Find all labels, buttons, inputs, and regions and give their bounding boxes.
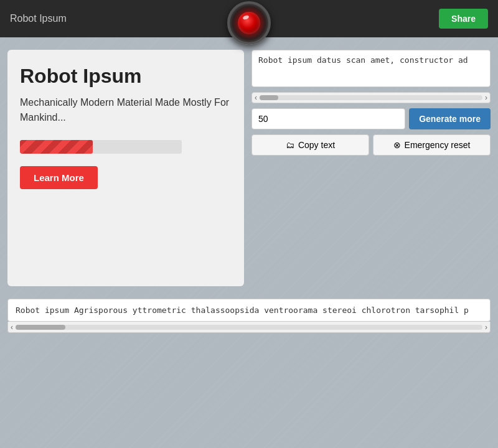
scroll-track[interactable] xyxy=(260,95,482,100)
text-output: Robot ipsum datus scan amet, constructor… xyxy=(251,50,491,87)
eye-red xyxy=(238,12,260,34)
bottom-scroll-thumb xyxy=(16,325,65,330)
copy-label: Copy text xyxy=(298,140,335,150)
share-button[interactable]: Share xyxy=(439,9,488,29)
scroll-left-icon[interactable]: ‹ xyxy=(255,93,257,102)
top-scrollbar[interactable]: ‹ › xyxy=(251,92,491,103)
copy-icon: 🗂 xyxy=(286,140,294,150)
bottom-scrollbar[interactable]: ‹ › xyxy=(7,322,491,333)
bottom-scroll-right-icon[interactable]: › xyxy=(485,323,487,332)
app-title: Robot Ipsum xyxy=(10,13,67,24)
action-row: 🗂 Copy text ⊗ Emergency reset xyxy=(251,134,491,156)
bottom-scroll-left-icon[interactable]: ‹ xyxy=(11,323,13,332)
generate-button[interactable]: Generate more xyxy=(409,108,491,129)
robot-eye xyxy=(227,1,271,45)
card-title: Robot Ipsum xyxy=(20,65,232,88)
learn-more-button[interactable]: Learn More xyxy=(20,166,98,189)
progress-bar-fill xyxy=(20,140,93,154)
emergency-icon: ⊗ xyxy=(393,140,401,150)
right-panel: Robot ipsum datus scan amet, constructor… xyxy=(251,50,491,286)
progress-bar-container xyxy=(20,140,182,154)
emergency-reset-button[interactable]: ⊗ Emergency reset xyxy=(373,134,491,156)
scroll-thumb xyxy=(260,95,278,100)
bottom-area: Robot ipsum Agrisporous yttrometric thal… xyxy=(7,299,491,333)
emergency-label: Emergency reset xyxy=(405,140,471,150)
header: Robot Ipsum Share xyxy=(0,0,498,37)
generate-row: Generate more xyxy=(251,108,491,129)
bottom-scroll-track[interactable] xyxy=(16,325,482,330)
scroll-right-icon[interactable]: › xyxy=(485,93,487,102)
bottom-text-output: Robot ipsum Agrisporous yttrometric thal… xyxy=(7,299,491,322)
number-input[interactable] xyxy=(251,108,405,129)
main-area: Robot Ipsum Mechanically Modern Material… xyxy=(0,42,498,294)
copy-button[interactable]: 🗂 Copy text xyxy=(251,134,369,156)
card-subtitle: Mechanically Modern Material Made Mostly… xyxy=(20,95,232,125)
left-card: Robot Ipsum Mechanically Modern Material… xyxy=(7,50,244,286)
eye-glint xyxy=(242,14,249,20)
